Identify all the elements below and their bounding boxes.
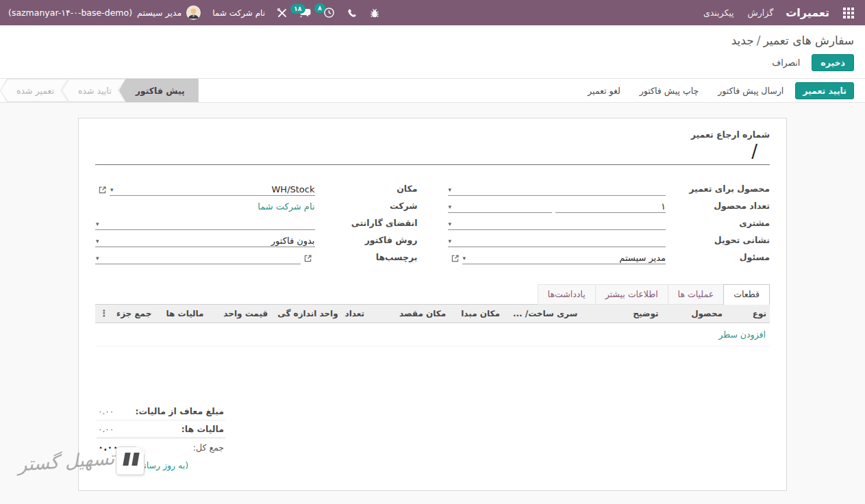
untaxed-amount-value: ۰.۰۰ (98, 407, 114, 416)
stage-pipeline: پیش فاکتور تایید شده تعمیر شده (0, 79, 199, 102)
chevron-down-icon[interactable]: ▾ (95, 238, 101, 246)
statusbar: تایید تعمیر ارسال پیش فاکتور چاپ پیش فاک… (0, 78, 865, 103)
col-unit-price: قیمت واحد (220, 305, 277, 323)
apps-menu-icon[interactable] (840, 5, 857, 21)
messages-badge: ۱۸ (290, 4, 305, 14)
field-tags: برچسب‌ها ▾ (95, 247, 418, 264)
tab-extra-info[interactable]: اطلاعات بیشتر (595, 284, 668, 305)
company-switcher[interactable]: نام شرکت شما (212, 8, 265, 18)
field-product-qty: تعداد محصول ۱ ▾ (448, 196, 770, 213)
responsible-input[interactable]: مدیر سیستم▾ (462, 250, 666, 264)
notebook-tabs: قطعات عملیات ها اطلاعات بیشتر یادداشت‌ها (95, 284, 770, 305)
col-taxes: مالیات ها (163, 305, 221, 323)
send-quotation-button[interactable]: ارسال پیش فاکتور (710, 82, 791, 99)
menu-report[interactable]: گزارش (747, 1, 775, 25)
confirm-repair-button[interactable]: تایید تعمیر (795, 82, 854, 99)
breadcrumb: سفارش های تعمیر/جدید (11, 31, 854, 49)
tab-notes[interactable]: یادداشت‌ها (538, 284, 596, 305)
chevron-down-icon[interactable]: ▾ (95, 255, 101, 263)
reference-underline (95, 164, 770, 165)
reference-label: شماره ارجاع تعمیر (95, 128, 770, 140)
stage-confirmed[interactable]: تایید شده (62, 79, 125, 102)
field-responsible: مسئول مدیر سیستم▾ (448, 247, 770, 264)
chevron-down-icon[interactable]: ▾ (95, 220, 101, 229)
col-quantity: تعداد (342, 305, 389, 323)
user-menu[interactable]: مدیر سیستم (sazmanyar-۱۴-۰-base-demo) (8, 5, 201, 20)
field-location: مکان WH/Stock▾ (95, 179, 418, 196)
tab-operations[interactable]: عملیات ها (668, 284, 725, 305)
delivery-address-input[interactable]: ▾ (448, 233, 666, 247)
totals-block: مبلغ معاف از مالیات: ۰.۰۰ مالیات ها: ۰.۰… (97, 403, 225, 470)
user-name: مدیر سیستم (137, 8, 181, 18)
field-customer: مشتری ▾ (448, 213, 770, 230)
phone-icon[interactable] (347, 8, 358, 18)
chevron-down-icon[interactable]: ▾ (448, 186, 453, 194)
chevron-down-icon[interactable]: ▾ (110, 186, 115, 194)
product-qty-input[interactable]: ۱ (555, 199, 666, 213)
chevron-down-icon[interactable]: ▾ (448, 220, 453, 229)
print-quotation-button[interactable]: چاپ پیش فاکتور (632, 82, 706, 99)
parts-table-body: افزودن سطر (95, 323, 770, 346)
col-subtotal: جمع جزء (113, 305, 163, 323)
save-button[interactable]: ذخیره (812, 54, 854, 71)
menu-configuration[interactable]: پیکربندی (702, 1, 736, 25)
total-value: ۰.۰۰ (98, 442, 118, 453)
activities-clock-icon[interactable]: ۸ (323, 7, 335, 18)
breadcrumb-separator: / (754, 34, 764, 47)
discard-button[interactable]: انصراف (763, 54, 809, 71)
field-invoice-method: روش فاکتور بدون فاکتور▾ (95, 230, 418, 247)
chevron-down-icon[interactable]: ▾ (448, 203, 453, 212)
messages-chat-icon[interactable]: ۱۸ (299, 8, 312, 18)
recompute-taxes-link[interactable]: (به روز رسانی) (97, 460, 225, 470)
top-navbar: تعمیرات گزارش پیکربندی ۸ ۱۸ (0, 0, 865, 25)
field-company: شرکت نام شرکت شما (95, 196, 418, 213)
taxes-value: ۰.۰۰ (98, 425, 114, 434)
col-dest-location: مکان مقصد (389, 305, 450, 323)
parts-table-header: نوع محصول توضیح سری ساخت/ ... مکان مبدا … (95, 304, 770, 323)
app-title[interactable]: تعمیرات (786, 6, 829, 19)
user-avatar (186, 5, 201, 20)
tab-parts[interactable]: قطعات (723, 284, 770, 305)
warranty-expiration-input[interactable]: ▾ (95, 216, 315, 230)
company-value-link[interactable]: نام شرکت شما (95, 201, 315, 213)
add-line-link[interactable]: افزودن سطر (714, 323, 770, 346)
col-uom: واحد اندازه گی... (277, 305, 342, 323)
column-options-kebab-icon[interactable]: ⋮ (95, 305, 113, 323)
col-description: توضیح (581, 305, 662, 323)
breadcrumb-current: جدید (731, 34, 754, 47)
total-label: جمع کل: (193, 442, 224, 453)
untaxed-amount-label: مبلغ معاف از مالیات: (135, 406, 224, 416)
col-product: محصول (662, 305, 726, 323)
control-panel: سفارش های تعمیر/جدید ذخیره انصراف (0, 25, 865, 78)
taxes-label: مالیات ها: (181, 424, 224, 434)
form-sheet: شماره ارجاع تعمیر / محصول برای تعمیر ▾ ت… (78, 118, 787, 491)
chevron-down-icon[interactable]: ▾ (462, 255, 468, 263)
activities-badge: ۸ (314, 3, 325, 13)
tags-input[interactable]: ▾ (95, 250, 301, 264)
customer-input[interactable]: ▾ (448, 216, 666, 230)
chevron-down-icon[interactable]: ▾ (448, 238, 453, 246)
external-link-icon[interactable] (95, 186, 110, 196)
reference-value[interactable]: / (95, 140, 770, 164)
col-source-location: مکان مبدا (449, 305, 503, 323)
debug-bug-icon[interactable] (369, 8, 380, 18)
field-product-to-repair: محصول برای تعمیر ▾ (448, 179, 770, 196)
invoice-method-select[interactable]: بدون فاکتور▾ (95, 233, 315, 247)
col-lot-serial: سری ساخت/ ... (503, 305, 581, 323)
tools-icon[interactable] (277, 8, 288, 18)
database-name: (sazmanyar-۱۴-۰-base-demo) (8, 8, 132, 18)
field-warranty-expiration: انقضای گارانتی ▾ (95, 213, 418, 230)
col-type: نوع (726, 305, 770, 323)
cancel-repair-button[interactable]: لغو تعمیر (580, 82, 628, 99)
stage-quotation[interactable]: پیش فاکتور (119, 79, 199, 102)
external-link-icon[interactable] (448, 254, 462, 264)
field-delivery-address: نشانی تحویل ▾ (448, 230, 770, 247)
breadcrumb-parent[interactable]: سفارش های تعمیر (763, 34, 854, 47)
external-link-icon[interactable] (301, 254, 315, 264)
uom-input[interactable]: ▾ (448, 199, 553, 213)
stage-repaired[interactable]: تعمیر شده (0, 79, 68, 102)
product-to-repair-input[interactable]: ▾ (448, 181, 666, 196)
location-input[interactable]: WH/Stock▾ (110, 181, 315, 196)
